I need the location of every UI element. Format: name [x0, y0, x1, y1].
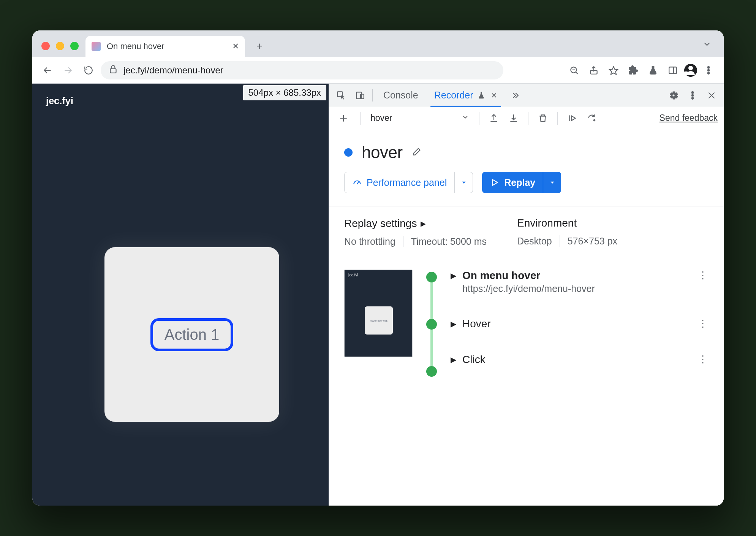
svg-marker-32: [493, 179, 498, 185]
step-menu-button[interactable]: ⋮: [697, 354, 709, 365]
step-item[interactable]: ▶ Hover ⋮: [451, 318, 709, 330]
step-title: Hover: [462, 318, 691, 330]
lock-icon: [108, 64, 118, 76]
tab-title: On menu hover: [107, 41, 226, 51]
svg-point-16: [692, 92, 693, 93]
new-recording-button[interactable]: [335, 110, 352, 127]
recorder-tab-close-icon[interactable]: ✕: [491, 91, 497, 100]
recording-header: hover: [329, 129, 724, 172]
step-item[interactable]: ▶ Click ⋮: [451, 354, 709, 366]
step-menu-button[interactable]: ⋮: [697, 318, 709, 330]
browser-window: On menu hover ✕ ＋ jec.fyi/demo/menu-hove…: [32, 30, 724, 506]
replay-button[interactable]: Replay: [482, 172, 561, 193]
timeline-node: [426, 272, 437, 282]
expand-caret-icon: ▶: [451, 318, 456, 328]
maximize-window-button[interactable]: [70, 42, 79, 50]
forward-button[interactable]: [60, 62, 76, 79]
address-bar[interactable]: jec.fyi/demo/menu-hover: [101, 61, 503, 79]
recording-status-dot: [344, 148, 353, 157]
delete-recording-icon[interactable]: [535, 110, 551, 127]
back-button[interactable]: [39, 62, 56, 79]
timeline-node: [426, 319, 437, 330]
inspect-element-icon[interactable]: [333, 87, 350, 104]
bookmark-star-icon[interactable]: [605, 62, 622, 79]
minimize-window-button[interactable]: [56, 42, 64, 50]
rename-recording-icon[interactable]: [412, 147, 422, 158]
new-tab-button[interactable]: ＋: [252, 38, 267, 53]
zoom-out-icon[interactable]: [566, 62, 582, 79]
page-viewport: jec.fyi 504px × 685.33px Action 1: [32, 84, 329, 506]
labs-flask-icon[interactable]: [645, 62, 661, 79]
recording-name: hover: [362, 143, 403, 162]
expand-caret-icon: ▶: [451, 354, 456, 364]
recording-select[interactable]: hover: [367, 111, 473, 126]
performance-panel-button[interactable]: Performance panel: [344, 172, 473, 193]
browser-menu-button[interactable]: [700, 62, 717, 79]
step-title: On menu hover: [462, 270, 691, 282]
browser-toolbar: jec.fyi/demo/menu-hover: [32, 57, 724, 84]
step-item[interactable]: ▶ On menu hover https://jec.fyi/demo/men…: [451, 270, 709, 294]
tabs-overflow-button[interactable]: [699, 36, 715, 52]
svg-point-18: [692, 97, 693, 99]
viewport-dimensions-tooltip: 504px × 685.33px: [243, 85, 327, 100]
action-chip[interactable]: Action 1: [150, 318, 234, 351]
favicon-icon: [92, 42, 101, 51]
replay-settings-row: Replay settings ▸ No throttling Timeout:…: [329, 206, 724, 247]
export-recording-icon[interactable]: [486, 110, 502, 127]
devtools-menu-icon[interactable]: [684, 87, 701, 104]
demo-card: Action 1: [104, 247, 279, 422]
recorder-toolbar: hover Send feedback: [329, 107, 724, 129]
svg-marker-33: [550, 182, 554, 184]
timeout-value: Timeout: 5000 ms: [411, 236, 487, 247]
url-text: jec.fyi/demo/menu-hover: [123, 65, 223, 76]
recorder-tab[interactable]: Recorder ✕: [427, 84, 504, 107]
browser-tab[interactable]: On menu hover ✕: [85, 36, 245, 57]
flask-icon: [477, 91, 486, 100]
environment-heading: Environment: [517, 217, 617, 229]
site-brand: jec.fyi: [46, 95, 73, 107]
close-window-button[interactable]: [41, 42, 50, 50]
viewport-value: 576×753 px: [568, 236, 617, 247]
console-tab[interactable]: Console: [376, 84, 425, 107]
step-menu-button[interactable]: ⋮: [697, 270, 709, 281]
step-subtitle: https://jec.fyi/demo/menu-hover: [462, 283, 691, 294]
expand-caret-icon: ▸: [421, 217, 426, 230]
devtools-settings-icon[interactable]: [665, 87, 682, 104]
devtools-tab-bar: Console Recorder ✕: [329, 84, 724, 107]
step-thumbnail: hover over this: [344, 270, 413, 357]
device-toolbar-icon[interactable]: [352, 87, 369, 104]
svg-point-10: [708, 67, 709, 68]
window-controls: [38, 42, 85, 57]
replay-settings-heading[interactable]: Replay settings ▸: [344, 217, 487, 230]
more-tabs-button[interactable]: [506, 87, 523, 104]
step-over-icon[interactable]: [564, 110, 580, 127]
svg-point-17: [692, 94, 693, 96]
svg-marker-7: [609, 67, 618, 75]
devtools-panel: Console Recorder ✕ hov: [329, 84, 724, 506]
steps-timeline: [424, 270, 439, 377]
expand-caret-icon: ▶: [451, 270, 456, 280]
send-feedback-link[interactable]: Send feedback: [660, 113, 718, 123]
side-panel-icon[interactable]: [664, 62, 681, 79]
import-recording-icon[interactable]: [505, 110, 522, 127]
svg-point-29: [593, 119, 595, 121]
svg-point-11: [708, 69, 709, 71]
replay-dropdown[interactable]: [543, 172, 561, 193]
svg-line-30: [357, 182, 359, 184]
tab-strip: On menu hover ✕ ＋: [32, 30, 724, 57]
step-into-icon[interactable]: [584, 110, 600, 127]
reload-button[interactable]: [80, 62, 97, 79]
performance-panel-dropdown[interactable]: [454, 172, 473, 193]
profile-avatar[interactable]: [684, 64, 697, 77]
gauge-icon: [352, 178, 362, 187]
play-icon: [490, 178, 500, 187]
svg-point-12: [708, 72, 709, 74]
throttling-value: No throttling: [344, 236, 395, 247]
svg-rect-2: [110, 68, 116, 73]
devtools-close-icon[interactable]: [703, 87, 720, 104]
extensions-icon[interactable]: [625, 62, 642, 79]
share-icon[interactable]: [585, 62, 602, 79]
tab-close-button[interactable]: ✕: [232, 41, 239, 51]
svg-rect-8: [669, 67, 677, 73]
step-title: Click: [462, 354, 691, 366]
